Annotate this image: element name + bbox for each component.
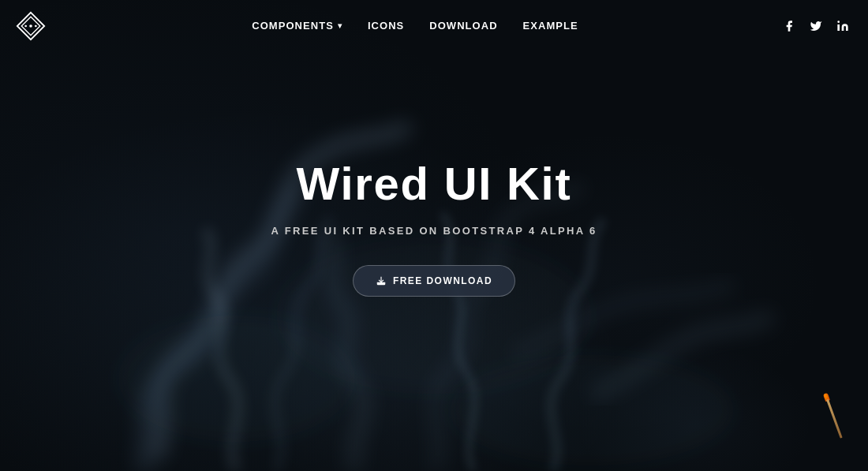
hero-subtitle: A FREE UI KIT BASED ON BOOTSTRAP 4 ALPHA…	[271, 225, 597, 237]
twitter-link[interactable]	[810, 20, 822, 32]
free-download-button[interactable]: FREE DOWNLOAD	[353, 265, 515, 297]
svg-point-7	[35, 24, 37, 27]
nav-icons-link[interactable]: ICONS	[368, 20, 404, 32]
download-icon	[376, 275, 387, 286]
linkedin-icon	[836, 20, 849, 32]
nav-links: COMPONENTS ▾ ICONS DOWNLOAD EXAMPLE	[252, 20, 578, 32]
navbar: COMPONENTS ▾ ICONS DOWNLOAD EXAMPLE	[0, 0, 868, 51]
nav-download-link[interactable]: DOWNLOAD	[429, 20, 497, 32]
hero-title: Wired UI Kit	[296, 159, 571, 209]
hero-section: Wired UI Kit A FREE UI KIT BASED ON BOOT…	[0, 0, 868, 471]
facebook-icon	[783, 20, 795, 32]
components-label: COMPONENTS	[252, 20, 334, 32]
facebook-link[interactable]	[783, 20, 795, 32]
logo-diamond-icon	[16, 11, 46, 41]
svg-point-8	[837, 21, 840, 23]
cta-label: FREE DOWNLOAD	[393, 275, 492, 286]
svg-point-6	[24, 24, 27, 27]
svg-point-5	[29, 24, 32, 28]
chevron-down-icon: ▾	[338, 21, 342, 30]
twitter-icon	[810, 20, 822, 32]
nav-example-link[interactable]: EXAMPLE	[523, 20, 578, 32]
page-wrapper: COMPONENTS ▾ ICONS DOWNLOAD EXAMPLE	[0, 0, 868, 471]
logo[interactable]	[14, 9, 47, 43]
linkedin-link[interactable]	[836, 20, 849, 32]
nav-components-link[interactable]: COMPONENTS ▾	[252, 20, 342, 32]
social-links	[783, 20, 849, 32]
